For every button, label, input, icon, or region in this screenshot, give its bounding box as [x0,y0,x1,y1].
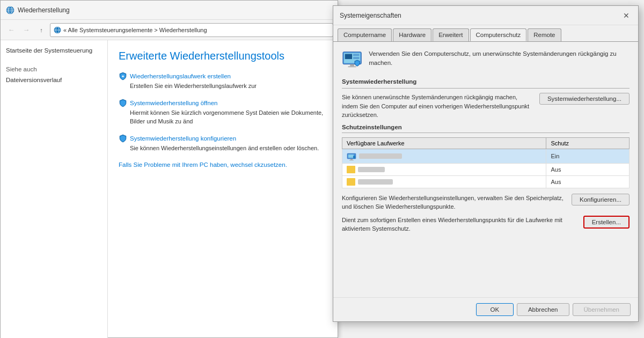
systemwiederherstellung-row: Sie können unerwünschte Systemänderungen… [342,93,630,120]
erstellen-desc: Dient zum sofortigen Erstellen eines Wie… [342,216,578,233]
tab-hardware[interactable]: Hardware [393,28,431,41]
address-bar[interactable]: « Alle Systemsteuerungselemente > Wieder… [50,23,333,37]
tool-desc-3: Sie können Wiederherstellungseinstellung… [119,144,327,152]
shield-icon-2 [119,99,127,107]
tab-computerschutz[interactable]: Computerschutz [470,28,527,41]
tab-computername[interactable]: Computername [338,28,392,41]
tab-remote[interactable]: Remote [528,28,561,41]
table-row[interactable]: Aus [342,175,630,188]
svg-rect-11 [345,54,352,60]
sidebar-link-file-history[interactable]: Dateiversionsverlauf [6,75,102,85]
tool-item-3: Systemwiederherstellung konfigurieren Si… [119,134,327,152]
drive-schutz-1: Ein [546,149,630,163]
schutzeinstellungen-header: Schutzeinstellungen [342,124,630,130]
section-divider-2 [342,133,630,133]
erstellen-row: Dient zum sofortigen Erstellen eines Wie… [342,216,630,233]
svg-rect-18 [350,159,353,160]
bottom-link[interactable]: Falls Sie Probleme mit Ihrem PC haben, w… [119,161,327,168]
tool-desc-2: Hiermit können Sie kürzlich vorgenommene… [119,109,327,126]
dialog-title: Systemeigenschaften [340,12,621,19]
systemwiederherstellung-section: Systemwiederherstellung Sie können unerw… [342,78,630,120]
abbrechen-button[interactable]: Abbrechen [517,303,569,316]
dialog-body: Verwenden Sie den Computerschutz, um une… [333,42,638,245]
col-header-laufwerke: Verfügbare Laufwerke [342,137,546,149]
schutzeinstellungen-section: Schutzeinstellungen Verfügbare Laufwerke… [342,124,630,233]
explorer-titlebar: Wiederherstellung [1,1,338,20]
explorer-title: Wiederherstellung [18,6,332,14]
drive-cell-icon-1 [347,151,541,161]
section-divider-1 [342,88,630,89]
dialog-footer: OK Abbrechen Übernehmen [333,297,638,321]
svg-text:✦: ✦ [121,75,125,78]
drive-name-3 [358,179,393,185]
system-protection-icon [342,49,362,71]
explorer-window: Wiederherstellung ← → ↑ « Alle Systemste… [0,0,338,338]
nav-back-btn[interactable]: ← [5,24,18,36]
tab-erweitert[interactable]: Erweitert [433,28,469,41]
explorer-main: Erweiterte Wiederherstellungstools ✦ Wie… [108,40,338,338]
sidebar-section-see-also: Siehe auch [6,66,102,72]
address-text: « Alle Systemsteuerungselemente > Wieder… [63,27,207,33]
info-section: Verwenden Sie den Computerschutz, um une… [342,49,630,71]
drive-cell-1 [342,149,546,163]
screen: Wiederherstellung ← → ↑ « Alle Systemste… [0,0,644,338]
drive-name-1 [359,153,402,159]
tool-link-3[interactable]: Systemwiederherstellung konfigurieren [119,134,327,143]
drive-cell-2 [342,163,546,175]
explorer-title-icon [6,6,14,14]
address-bar-icon [54,26,61,34]
table-row[interactable]: Ein [342,149,630,163]
tool-link-1[interactable]: ✦ Wiederherstellungslaufwerk erstellen [119,72,327,80]
drive-schutz-2: Aus [546,163,630,175]
explorer-sidebar: Startseite der Systemsteuerung Siehe auc… [1,40,108,338]
konfigurieren-row: Konfigurieren Sie Wiederherstellungseins… [342,194,630,211]
explorer-navbar: ← → ↑ « Alle Systemsteuerungselemente > … [1,20,338,40]
tool-link-2[interactable]: Systemwiederherstellung öffnen [119,99,327,107]
erstellen-btn[interactable]: Erstellen... [583,216,630,229]
tab-bar: Computername Hardware Erweitert Computer… [333,25,638,42]
systemwiederherstellung-btn[interactable]: Systemwiederherstellung... [539,93,630,105]
col-header-schutz: Schutz [546,137,630,149]
svg-rect-12 [353,54,359,56]
drive-cell-icon-2 [347,166,541,173]
svg-rect-14 [350,64,354,67]
svg-rect-19 [349,160,354,160]
drive-table: Verfügbare Laufwerke Schutz [342,137,630,188]
ok-button[interactable]: OK [476,303,514,316]
konfigurieren-desc: Konfigurieren Sie Wiederherstellungseins… [342,194,566,211]
folder-icon-3 [347,178,355,186]
shield-icon-3 [119,134,127,143]
systemwiederherstellung-desc: Sie können unerwünschte Systemänderungen… [342,93,534,120]
konfigurieren-btn[interactable]: Konfigurieren... [572,194,630,205]
dialog-titlebar: Systemeigenschaften ✕ [333,6,638,25]
sidebar-link-home[interactable]: Startseite der Systemsteuerung [6,46,102,55]
shield-icon-1: ✦ [119,72,127,80]
explorer-content: Startseite der Systemsteuerung Siehe auc… [1,40,338,338]
drive-icon-1 [347,151,356,161]
drive-cell-icon-3 [347,178,541,186]
nav-forward-btn[interactable]: → [20,24,33,36]
system-properties-dialog: Systemeigenschaften ✕ Computername Hardw… [333,5,639,322]
page-heading: Erweiterte Wiederherstellungstools [119,50,327,62]
tool-item-2: Systemwiederherstellung öffnen Hiermit k… [119,99,327,126]
drive-schutz-3: Aus [546,175,630,188]
dialog-close-button[interactable]: ✕ [621,10,632,21]
svg-rect-15 [348,66,356,67]
svg-rect-17 [348,155,354,158]
tool-item-1: ✦ Wiederherstellungslaufwerk erstellen E… [119,72,327,90]
uebernehmen-button[interactable]: Übernehmen [573,303,631,316]
nav-up-btn[interactable]: ↑ [35,24,48,36]
drive-name-2 [358,167,385,172]
tool-desc-1: Erstellen Sie ein Wiederherstellungslauf… [119,82,327,90]
systemwiederherstellung-header: Systemwiederherstellung [342,78,630,85]
info-text: Verwenden Sie den Computerschutz, um une… [369,49,630,68]
svg-rect-13 [353,57,359,59]
folder-icon-2 [347,166,355,173]
drive-cell-3 [342,175,546,188]
table-row[interactable]: Aus [342,163,630,175]
